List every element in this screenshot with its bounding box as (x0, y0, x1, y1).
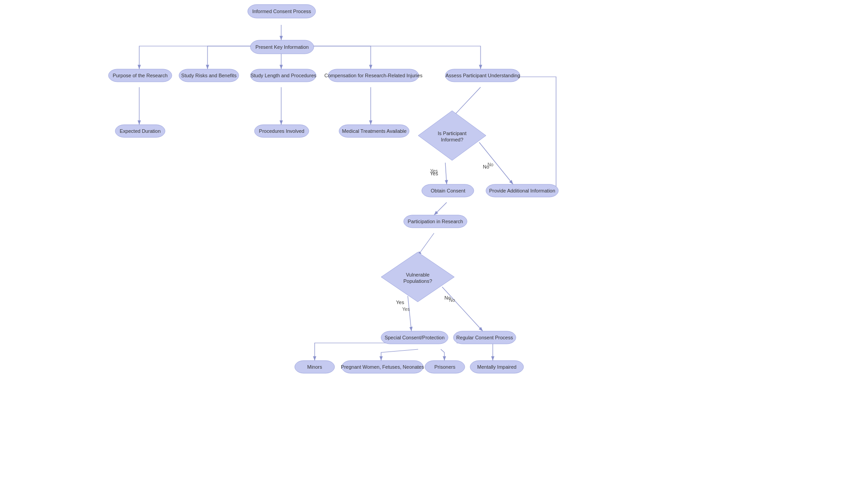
study-risks-node: Study Risks and Benefits (179, 69, 239, 82)
special-consent-node: Special Consent/Protection (381, 331, 448, 344)
yes-2-label: Yes (402, 307, 410, 312)
flowchart-diagram: Yes No Yes No Informed Consent Process P… (0, 0, 868, 488)
medical-node: Medical Treatments Available (339, 125, 409, 137)
svg-line-12 (442, 287, 483, 331)
vulnerable-node: Vulnerable Populations? (381, 252, 454, 302)
prisoners-node: Prisoners (425, 361, 465, 373)
procedures-label: Procedures Involved (259, 128, 304, 134)
special-consent-label: Special Consent/Protection (385, 335, 445, 340)
pregnant-label: Pregnant Women, Fetuses, Neonates (341, 364, 424, 370)
obtain-consent-label: Obtain Consent (431, 188, 465, 193)
mentally-impaired-node: Mentally Impaired (470, 361, 524, 373)
vulnerable-label2: Populations? (403, 278, 432, 284)
informed-consent-node: Informed Consent Process (248, 5, 316, 18)
compensation-node: Compensation for Research-Related Injuri… (324, 69, 423, 82)
prisoners-label: Prisoners (434, 364, 456, 370)
is-informed-label2: Informed? (441, 137, 463, 142)
is-informed-node: Is Participant Informed? (418, 111, 486, 160)
study-length-node: Study Length and Procedures (250, 69, 316, 82)
is-informed-label: Is Participant (438, 131, 467, 136)
minors-node: Minors (295, 361, 335, 373)
purpose-node: Purpose of the Research (108, 69, 172, 82)
expected-duration-label: Expected Duration (120, 128, 161, 134)
mentally-impaired-label: Mentally Impaired (477, 364, 517, 370)
participation-label: Participation in Research (408, 219, 463, 224)
medical-label: Medical Treatments Available (342, 128, 407, 134)
present-key-label: Present Key Information (255, 44, 309, 50)
svg-line-7 (445, 163, 447, 184)
regular-consent-node: Regular Consent Process (453, 331, 516, 344)
svg-line-11 (408, 296, 411, 331)
assess-node: Assess Participant Understanding (445, 69, 520, 82)
study-length-label: Study Length and Procedures (250, 73, 316, 78)
assess-label: Assess Participant Understanding (445, 73, 520, 78)
informed-consent-label: Informed Consent Process (252, 9, 311, 14)
no-1-label: No (488, 162, 494, 167)
provide-additional-node: Provide Additional Information (486, 184, 558, 197)
svg-line-10 (418, 233, 434, 256)
svg-line-8 (479, 142, 513, 184)
svg-line-9 (434, 202, 447, 215)
obtain-consent-node: Obtain Consent (422, 184, 474, 197)
regular-consent-label: Regular Consent Process (456, 335, 513, 340)
study-risks-label: Study Risks and Benefits (181, 73, 237, 78)
minors-label: Minors (307, 364, 322, 370)
compensation-label: Compensation for Research-Related Injuri… (324, 73, 423, 78)
procedures-node: Procedures Involved (255, 125, 309, 137)
participation-node: Participation in Research (404, 215, 467, 228)
expected-duration-node: Expected Duration (115, 125, 165, 137)
provide-additional-label: Provide Additional Information (489, 188, 555, 193)
svg-line-6 (452, 87, 481, 117)
pregnant-node: Pregnant Women, Fetuses, Neonates (341, 361, 424, 373)
yes-label-2: Yes (396, 300, 404, 305)
purpose-label: Purpose of the Research (113, 73, 168, 78)
no-2-label: No (449, 298, 455, 303)
yes-1-label: Yes (430, 169, 438, 174)
present-key-node: Present Key Information (250, 40, 314, 54)
vulnerable-label: Vulnerable (406, 272, 429, 277)
